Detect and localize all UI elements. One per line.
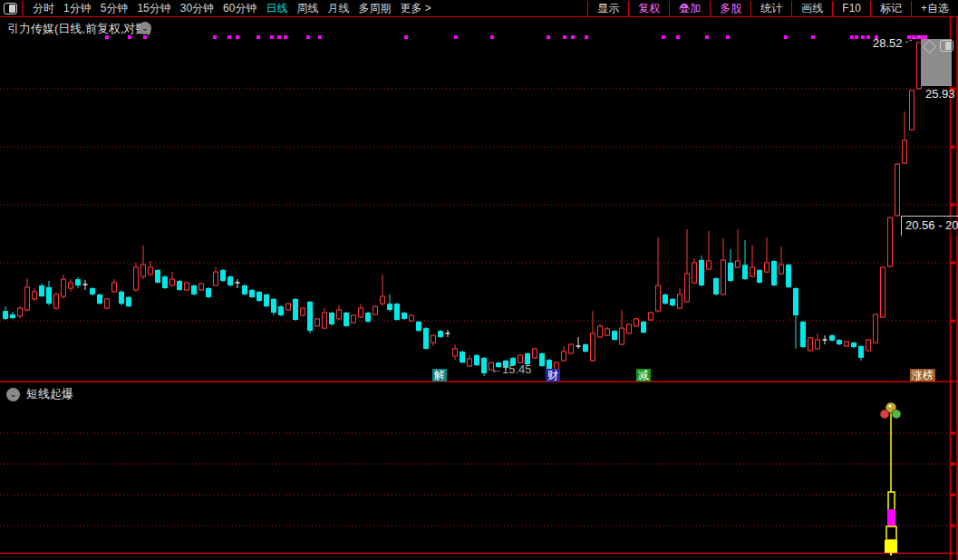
tool-item-8[interactable]: +自选 [911, 1, 958, 16]
split-window-icon[interactable] [940, 40, 953, 52]
period-item-2[interactable]: 5分钟 [96, 1, 133, 16]
period-item-3[interactable]: 15分钟 [132, 1, 175, 16]
period-item-0[interactable]: 分时 [28, 1, 59, 16]
tool-item-7[interactable]: 标记 [870, 1, 911, 16]
tool-item-1[interactable]: 复权 [628, 1, 669, 16]
event-badge[interactable]: 财 [546, 369, 560, 381]
event-badge[interactable]: 减 [636, 369, 651, 381]
period-item-4[interactable]: 30分钟 [176, 1, 218, 16]
candlestick-chart-canvas[interactable] [0, 0, 958, 560]
tool-item-3[interactable]: 多股 [710, 1, 750, 16]
period-item-1[interactable]: 1分钟 [59, 1, 96, 16]
tool-item-5[interactable]: 画线 [791, 1, 832, 16]
chart-title: 引力传媒(日线,前复权,对数) [7, 21, 151, 37]
sub-indicator-title: 短线起爆 [26, 386, 73, 402]
price-label-2593: 25.93 [925, 87, 955, 101]
chart-title-row: 引力传媒(日线,前复权,对数) ⌄ [0, 16, 958, 36]
period-item-10[interactable]: 更多 > [395, 1, 435, 16]
tool-item-2[interactable]: 叠加 [669, 1, 710, 16]
period-menu: 分时1分钟5分钟15分钟30分钟60分钟日线周线月线多周期更多 > [0, 0, 436, 16]
split-window-icon[interactable] [4, 3, 17, 14]
low-price-label: ←15.45 [490, 362, 532, 376]
tools-menu: 显示复权叠加多股统计画线F10标记+自选 [587, 0, 958, 16]
latest-price-label: 28.52 [873, 36, 903, 50]
period-item-8[interactable]: 月线 [323, 1, 353, 16]
tool-item-4[interactable]: 统计 [750, 1, 791, 16]
chevron-down-icon[interactable]: ⌄ [6, 388, 20, 401]
period-item-9[interactable]: 多周期 [353, 1, 395, 16]
period-item-7[interactable]: 周线 [292, 1, 323, 16]
tool-item-6[interactable]: F10 [832, 1, 870, 16]
top-toolbar: 分时1分钟5分钟15分钟30分钟60分钟日线周线月线多周期更多 > 显示复权叠加… [0, 0, 958, 17]
tool-item-0[interactable]: 显示 [587, 1, 628, 16]
event-badge[interactable]: 解 [432, 369, 447, 381]
period-item-6[interactable]: 日线 [261, 1, 292, 16]
sub-indicator-header: ⌄ 短线起爆 [0, 385, 73, 403]
toolbar-divider [22, 1, 23, 15]
period-item-5[interactable]: 60分钟 [218, 1, 261, 16]
period-items: 分时1分钟5分钟15分钟30分钟60分钟日线周线月线多周期更多 > [28, 1, 436, 16]
event-badge[interactable]: 涨榜 [910, 369, 935, 381]
chevron-down-icon[interactable]: ⌄ [139, 22, 151, 34]
gap-range-label: 20.56 - 20 [901, 216, 958, 236]
app-window: 分时1分钟5分钟15分钟30分钟60分钟日线周线月线多周期更多 > 显示复权叠加… [0, 0, 958, 560]
